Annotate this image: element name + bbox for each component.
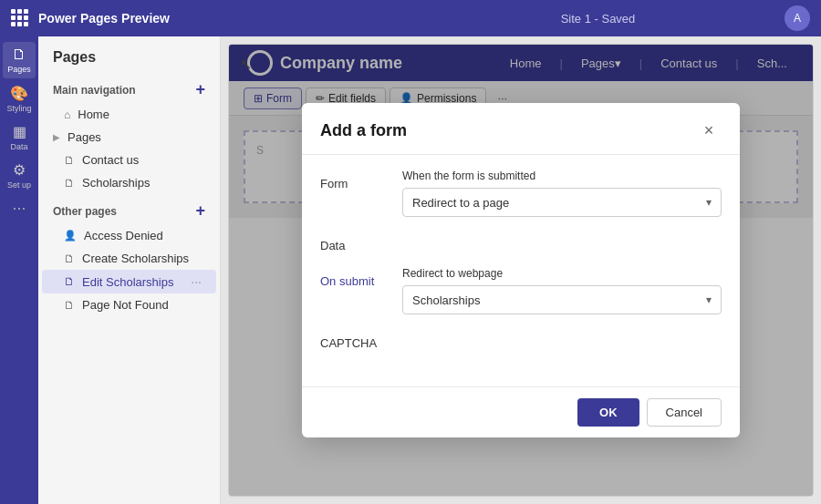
rail-item-setup[interactable]: ⚙ Set up [3, 157, 36, 193]
main-nav-label: Main navigation [53, 84, 136, 97]
sidebar-item-access-denied-label: Access Denied [84, 229, 202, 242]
other-pages-section-header: Other pages + [38, 194, 220, 224]
on-submit-right: Redirect to webpage Scholarships ▾ [402, 267, 722, 314]
rail-more[interactable]: ··· [12, 199, 26, 218]
scholarships-nav-icon: 🗋 [64, 177, 75, 190]
scholarships-select[interactable]: Scholarships ▾ [402, 285, 722, 314]
contact-us-icon: 🗋 [64, 154, 75, 167]
pages-chevron-icon: ▶ [53, 132, 60, 142]
data-field-label: Data [320, 231, 402, 252]
sidebar-item-page-not-found[interactable]: 🗋 Page Not Found [42, 293, 216, 316]
user-avatar[interactable]: A [785, 5, 810, 31]
form-row-on-submit: On submit Redirect to webpage Scholarshi… [320, 267, 722, 314]
rail-setup-label: Set up [7, 180, 31, 190]
redirect-webpage-label: Redirect to webpage [402, 267, 722, 280]
sidebar-item-scholarships[interactable]: 🗋 Scholarships [42, 171, 216, 194]
app-grid-icon[interactable] [11, 9, 29, 27]
sidebar-item-scholarships-label: Scholarships [82, 176, 202, 190]
main-layout: 🗋 Pages 🎨 Styling ▦ Data ⚙ Set up ··· Pa… [0, 36, 821, 504]
rail-item-styling[interactable]: 🎨 Styling [3, 80, 36, 117]
sidebar-item-contact-us[interactable]: 🗋 Contact us [42, 149, 216, 171]
sidebar-header: Pages [38, 36, 220, 73]
access-denied-icon: 👤 [64, 230, 77, 242]
sidebar-item-edit-scholarships[interactable]: 🗋 Edit Scholarships ··· [42, 270, 216, 293]
sidebar-item-create-scholarships-label: Create Scholarships [82, 252, 202, 265]
main-nav-add-icon[interactable]: + [195, 80, 205, 99]
sidebar: Pages Main navigation + ⌂ Home ▶ Pages 🗋… [38, 36, 221, 504]
topbar: Power Pages Preview Site 1 - Saved A [0, 0, 821, 36]
sidebar-item-home-label: Home [78, 108, 202, 121]
icon-rail: 🗋 Pages 🎨 Styling ▦ Data ⚙ Set up ··· [0, 36, 38, 504]
webpage-preview: ↖ Company name Home | Pages▾ | Contact u… [228, 44, 814, 497]
sidebar-item-access-denied[interactable]: 👤 Access Denied [42, 224, 216, 247]
modal-body: Form When the form is submitted Redirect… [302, 155, 740, 386]
rail-item-pages[interactable]: 🗋 Pages [3, 42, 36, 78]
modal-title: Add a form [320, 121, 407, 140]
form-field-label: Form [320, 170, 402, 190]
other-pages-label: Other pages [53, 205, 117, 218]
when-submitted-label: When the form is submitted [402, 170, 722, 182]
other-pages-add-icon[interactable]: + [195, 201, 205, 221]
redirect-page-value: Redirect to a page [412, 196, 509, 210]
captcha-label: CAPTCHA [320, 329, 402, 350]
edit-scholarships-icon: 🗋 [64, 275, 75, 288]
main-nav-section-header: Main navigation + [38, 73, 220, 103]
modal-overlay: Add a form × Form When the form is submi… [229, 45, 813, 496]
form-right-empty: When the form is submitted Redirect to a… [402, 170, 722, 217]
form-row-form: Form When the form is submitted Redirect… [320, 170, 722, 217]
redirect-page-select[interactable]: Redirect to a page ▾ [402, 188, 722, 217]
sidebar-item-create-scholarships[interactable]: 🗋 Create Scholarships [42, 247, 216, 270]
scholarships-arrow-icon: ▾ [706, 293, 712, 306]
redirect-page-arrow-icon: ▾ [706, 196, 712, 209]
cancel-button[interactable]: Cancel [647, 398, 722, 427]
modal-footer: OK Cancel [302, 386, 740, 437]
sidebar-item-pages-expand[interactable]: ▶ Pages [42, 126, 216, 149]
modal-close-button[interactable]: × [696, 118, 722, 143]
add-form-modal: Add a form × Form When the form is submi… [302, 103, 740, 437]
sidebar-item-home[interactable]: ⌂ Home [42, 103, 216, 126]
rail-item-data[interactable]: ▦ Data [3, 118, 36, 155]
form-row-data: Data [320, 231, 722, 252]
sidebar-item-page-not-found-label: Page Not Found [82, 298, 202, 312]
content-area: ↖ Company name Home | Pages▾ | Contact u… [221, 36, 821, 504]
edit-scholarships-more-icon[interactable]: ··· [191, 274, 202, 289]
on-submit-label[interactable]: On submit [320, 267, 402, 288]
sidebar-title: Pages [53, 49, 96, 66]
page-not-found-icon: 🗋 [64, 299, 75, 312]
home-icon: ⌂ [64, 108, 70, 121]
app-title: Power Pages Preview [38, 11, 411, 26]
rail-styling-label: Styling [6, 104, 31, 113]
scholarships-select-value: Scholarships [412, 293, 480, 307]
styling-icon: 🎨 [10, 85, 28, 102]
create-scholarships-icon: 🗋 [64, 252, 75, 265]
ok-button[interactable]: OK [577, 398, 639, 427]
rail-data-label: Data [10, 142, 27, 151]
modal-header: Add a form × [302, 103, 740, 155]
sidebar-item-contact-us-label: Contact us [82, 153, 202, 167]
site-status: Site 1 - Saved [411, 12, 785, 26]
sidebar-item-edit-scholarships-label: Edit Scholarships [82, 275, 183, 289]
sidebar-item-pages-label: Pages [68, 130, 202, 144]
rail-pages-label: Pages [7, 65, 31, 74]
form-row-captcha: CAPTCHA [320, 329, 722, 350]
data-icon: ▦ [13, 123, 26, 140]
setup-icon: ⚙ [13, 161, 26, 179]
pages-icon: 🗋 [12, 46, 26, 63]
